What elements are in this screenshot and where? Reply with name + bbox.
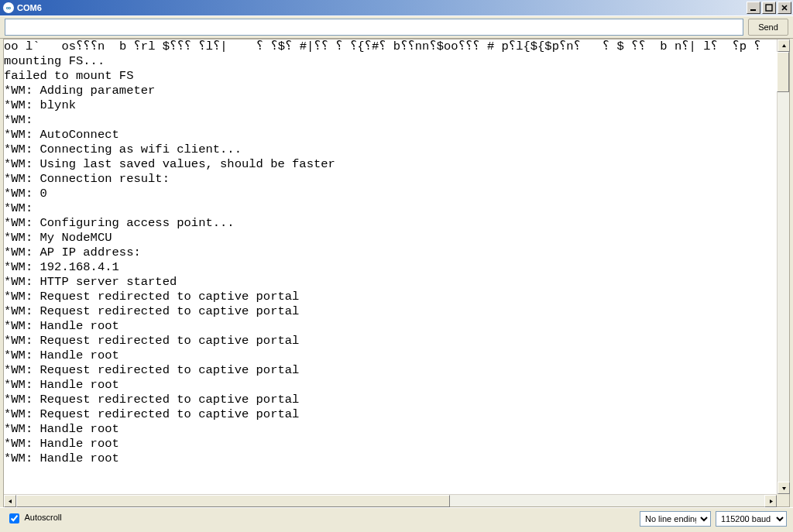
scroll-up-button[interactable] bbox=[778, 39, 790, 52]
arduino-icon: ∞ bbox=[3, 2, 14, 13]
window-title: COM6 bbox=[17, 3, 747, 12]
scroll-down-button[interactable] bbox=[778, 482, 790, 494]
vertical-scroll-thumb[interactable] bbox=[777, 52, 789, 92]
svg-rect-0 bbox=[750, 9, 756, 11]
console-pane: oo l` os⸮⸮⸮n b ⸮rl $⸮⸮⸮ ⸮l⸮| ⸮ ⸮$⸮ #|⸮⸮ … bbox=[3, 39, 790, 507]
scroll-right-button[interactable] bbox=[764, 495, 777, 507]
window-controls bbox=[747, 2, 791, 14]
scroll-corner bbox=[777, 494, 789, 506]
vertical-scrollbar[interactable] bbox=[777, 39, 789, 494]
autoscroll-label: Autoscroll bbox=[24, 513, 61, 522]
close-button[interactable] bbox=[778, 2, 791, 14]
scroll-left-button[interactable] bbox=[4, 495, 16, 507]
baud-dropdown[interactable]: 115200 baud bbox=[716, 511, 787, 527]
vertical-scroll-track[interactable] bbox=[778, 52, 789, 482]
horizontal-scrollbar[interactable] bbox=[4, 494, 777, 506]
minimize-button[interactable] bbox=[747, 2, 760, 14]
svg-rect-1 bbox=[766, 5, 772, 11]
line-ending-dropdown[interactable]: No line ending bbox=[640, 511, 711, 527]
autoscroll-checkbox[interactable] bbox=[9, 513, 19, 523]
horizontal-scroll-thumb[interactable] bbox=[16, 495, 450, 507]
send-toolbar: Send bbox=[0, 15, 793, 39]
serial-input[interactable] bbox=[5, 19, 743, 36]
titlebar: ∞ COM6 bbox=[0, 0, 793, 15]
autoscroll-option[interactable]: Autoscroll bbox=[6, 511, 62, 526]
horizontal-scroll-track[interactable] bbox=[16, 495, 764, 506]
statusbar: Autoscroll No line ending 115200 baud bbox=[0, 507, 793, 529]
send-button[interactable]: Send bbox=[748, 19, 788, 36]
maximize-button[interactable] bbox=[762, 2, 776, 14]
serial-output[interactable]: oo l` os⸮⸮⸮n b ⸮rl $⸮⸮⸮ ⸮l⸮| ⸮ ⸮$⸮ #|⸮⸮ … bbox=[4, 39, 777, 494]
